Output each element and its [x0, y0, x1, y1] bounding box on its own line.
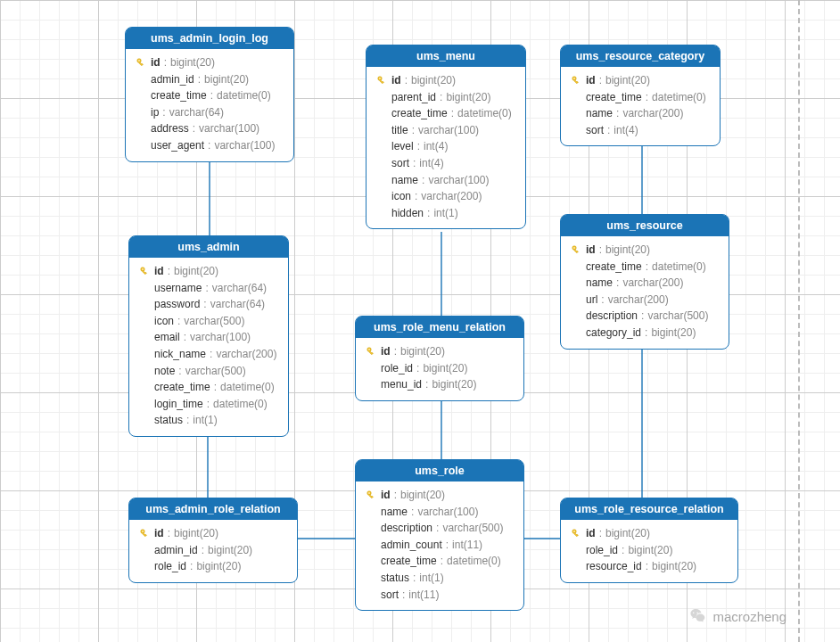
entity-title[interactable]: ums_menu: [366, 45, 525, 67]
column-row[interactable]: create_time: datetime(0): [570, 89, 711, 106]
column-separator: :: [451, 105, 454, 122]
entity-title[interactable]: ums_admin_login_log: [126, 28, 293, 49]
column-row[interactable]: role_id: bigint(20): [365, 360, 515, 377]
column-row[interactable]: create_time: datetime(0): [365, 553, 515, 570]
column-row[interactable]: title: varchar(100): [375, 122, 516, 139]
column-row[interactable]: menu_id: bigint(20): [365, 376, 515, 393]
entity-ums_resource_category[interactable]: ums_resource_category id: bigint(20)crea…: [560, 45, 721, 146]
column-row[interactable]: nick_name: varchar(200): [138, 346, 279, 363]
entity-body: id: bigint(20)name: varchar(100)descript…: [356, 482, 523, 610]
column-row[interactable]: id: bigint(20): [570, 72, 711, 89]
entity-ums_role[interactable]: ums_role id: bigint(20)name: varchar(100…: [355, 459, 524, 611]
column-name: create_time: [586, 259, 642, 276]
column-row[interactable]: admin_count: int(11): [365, 537, 515, 554]
column-name: role_id: [381, 360, 413, 377]
column-row[interactable]: create_time: datetime(0): [570, 259, 720, 276]
column-row[interactable]: id: bigint(20): [138, 525, 288, 542]
column-row[interactable]: id: bigint(20): [570, 242, 720, 259]
column-row[interactable]: id: bigint(20): [365, 487, 515, 504]
column-row[interactable]: sort: int(11): [365, 587, 515, 604]
svg-point-33: [573, 531, 575, 532]
column-row[interactable]: address: varchar(100): [135, 120, 284, 137]
column-row[interactable]: sort: int(4): [375, 155, 516, 172]
column-row[interactable]: username: varchar(64): [138, 280, 279, 297]
entity-ums_admin_role_relation[interactable]: ums_admin_role_relation id: bigint(20)ad…: [128, 498, 298, 583]
pk-indicator: [570, 528, 582, 539]
column-row[interactable]: resource_id: bigint(20): [570, 558, 729, 575]
entity-title[interactable]: ums_admin: [129, 236, 288, 258]
column-name: name: [391, 172, 418, 189]
column-row[interactable]: create_time: datetime(0): [138, 379, 279, 396]
column-row[interactable]: role_id: bigint(20): [138, 558, 288, 575]
column-row[interactable]: admin_id: bigint(20): [138, 542, 288, 559]
column-row[interactable]: name: varchar(200): [570, 105, 711, 122]
entity-body: id: bigint(20)role_id: bigint(20)menu_id…: [356, 338, 523, 400]
column-row[interactable]: status: int(1): [138, 412, 279, 429]
entity-title[interactable]: ums_resource_category: [561, 45, 720, 67]
column-row[interactable]: level: int(4): [375, 138, 516, 155]
column-type: varchar(200): [622, 275, 683, 292]
entity-body: id: bigint(20)admin_id: bigint(20)role_i…: [129, 520, 297, 582]
entity-title[interactable]: ums_admin_role_relation: [129, 498, 297, 520]
entity-ums_admin[interactable]: ums_admin id: bigint(20)username: varcha…: [128, 235, 289, 437]
entity-ums_admin_login_log[interactable]: ums_admin_login_log id: bigint(20)admin_…: [125, 27, 294, 162]
entity-ums_role_menu_relation[interactable]: ums_role_menu_relation id: bigint(20)rol…: [355, 316, 524, 401]
entity-title[interactable]: ums_role: [356, 460, 523, 482]
entity-ums_resource[interactable]: ums_resource id: bigint(20)create_time: …: [560, 214, 729, 350]
column-type: bigint(20): [196, 558, 241, 575]
column-row[interactable]: create_time: datetime(0): [375, 105, 516, 122]
column-type: varchar(200): [622, 105, 683, 122]
pk-indicator: [365, 346, 377, 357]
column-row[interactable]: email: varchar(100): [138, 329, 279, 346]
column-row[interactable]: sort: int(4): [570, 122, 711, 139]
column-row[interactable]: category_id: bigint(20): [570, 325, 720, 342]
column-row[interactable]: id: bigint(20): [570, 525, 729, 542]
column-type: datetime(0): [220, 379, 275, 396]
primary-key-icon: [139, 266, 150, 276]
column-row[interactable]: role_id: bigint(20): [570, 542, 729, 559]
pk-indicator: [375, 75, 388, 86]
column-row[interactable]: id: bigint(20): [135, 54, 284, 71]
column-type: varchar(100): [190, 329, 251, 346]
column-row[interactable]: name: varchar(100): [365, 504, 515, 521]
column-row[interactable]: url: varchar(200): [570, 292, 720, 309]
column-type: varchar(64): [210, 296, 265, 313]
column-row[interactable]: name: varchar(200): [570, 275, 720, 292]
column-name: parent_id: [391, 89, 436, 106]
column-row[interactable]: icon: varchar(500): [138, 313, 279, 330]
entity-title[interactable]: ums_role_menu_relation: [356, 317, 523, 338]
column-row[interactable]: admin_id: bigint(20): [135, 71, 284, 88]
column-separator: :: [214, 379, 217, 396]
column-row[interactable]: id: bigint(20): [138, 263, 279, 280]
column-type: int(1): [419, 570, 443, 587]
column-row[interactable]: login_time: datetime(0): [138, 396, 279, 413]
column-row[interactable]: user_agent: varchar(100): [135, 137, 284, 154]
column-row[interactable]: hidden: int(1): [375, 205, 516, 222]
column-row[interactable]: name: varchar(100): [375, 172, 516, 189]
column-row[interactable]: password: varchar(64): [138, 296, 279, 313]
entity-body: id: bigint(20)role_id: bigint(20)resourc…: [561, 520, 737, 582]
entity-ums_role_resource_relation[interactable]: ums_role_resource_relation id: bigint(20…: [560, 498, 738, 583]
column-separator: :: [646, 89, 648, 106]
column-separator: :: [436, 520, 439, 537]
column-row[interactable]: parent_id: bigint(20): [375, 89, 516, 106]
column-row[interactable]: note: varchar(500): [138, 363, 279, 380]
column-name: hidden: [391, 205, 424, 222]
column-type: varchar(100): [199, 120, 259, 137]
column-row[interactable]: id: bigint(20): [375, 72, 516, 89]
column-type: bigint(20): [174, 263, 218, 280]
entity-title[interactable]: ums_role_resource_relation: [561, 498, 737, 520]
column-row[interactable]: icon: varchar(200): [375, 188, 516, 205]
column-row[interactable]: create_time: datetime(0): [135, 87, 284, 104]
entity-title[interactable]: ums_resource: [561, 215, 729, 236]
column-row[interactable]: description: varchar(500): [570, 308, 720, 325]
column-row[interactable]: status: int(1): [365, 570, 515, 587]
column-row[interactable]: id: bigint(20): [365, 343, 515, 360]
column-separator: :: [193, 120, 195, 137]
column-row[interactable]: ip: varchar(64): [135, 104, 284, 121]
column-row[interactable]: description: varchar(500): [365, 520, 515, 537]
entity-ums_menu[interactable]: ums_menu id: bigint(20)parent_id: bigint…: [366, 45, 526, 229]
column-type: varchar(100): [428, 172, 489, 189]
column-name: description: [586, 308, 638, 325]
primary-key-icon: [366, 490, 376, 500]
